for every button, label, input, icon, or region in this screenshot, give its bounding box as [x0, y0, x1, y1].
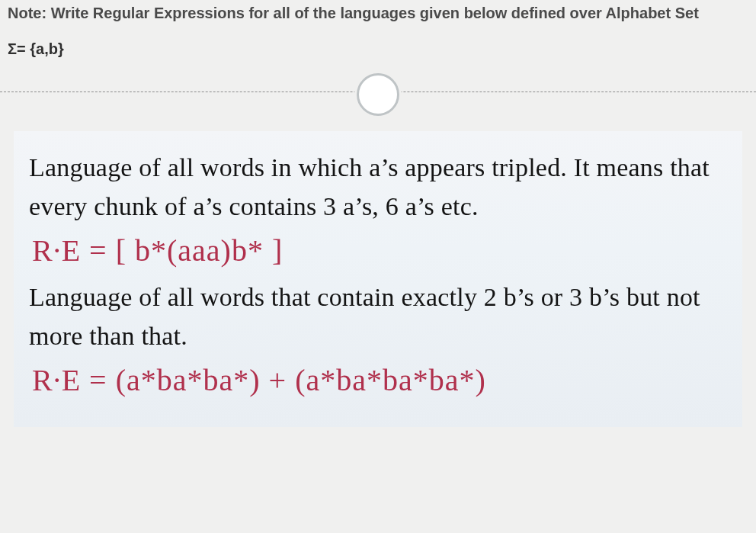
answer-1-handwritten: R·E = [ b*(aaa)b* ] [32, 232, 727, 270]
problem-2-text: Language of all words that contain exact… [29, 278, 727, 355]
scanned-page-card: Language of all words in which a’s appea… [14, 131, 742, 427]
answer-2-handwritten: R·E = (a*ba*ba*) + (a*ba*ba*ba*) [32, 361, 727, 400]
problem-1-text: Language of all words in which a’s appea… [29, 148, 727, 226]
main-content: Language of all words in which a’s appea… [0, 113, 756, 427]
note-text: Note: Write Regular Expressions for all … [8, 5, 748, 22]
alphabet-sigma: Σ= {a,b} [8, 40, 748, 58]
section-divider [0, 72, 756, 113]
header-block: Note: Write Regular Expressions for all … [0, 0, 756, 67]
divider-circle-icon [357, 73, 399, 116]
